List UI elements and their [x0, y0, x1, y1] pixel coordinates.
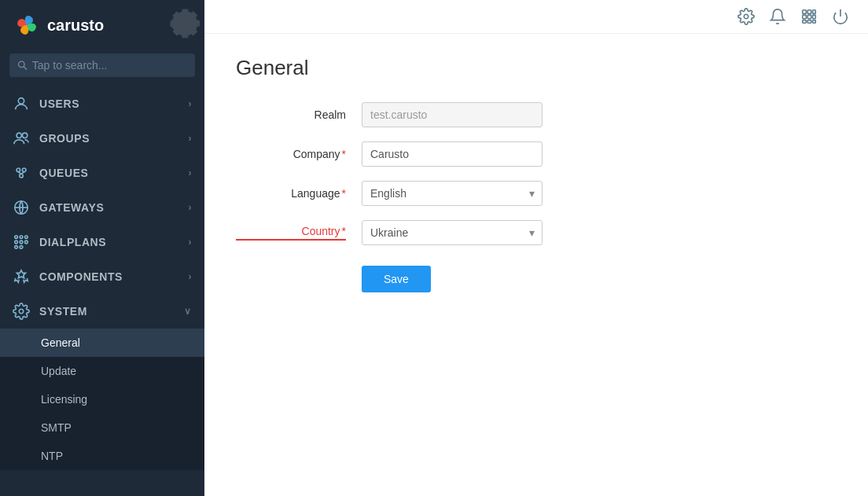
- sidebar-item-dialplans-label: DIALPLANS: [39, 236, 106, 248]
- gateways-icon: [13, 199, 30, 216]
- power-icon[interactable]: [832, 8, 849, 25]
- svg-rect-27: [813, 15, 816, 19]
- svg-point-3: [17, 133, 21, 138]
- sidebar-item-licensing[interactable]: Licensing: [0, 385, 204, 413]
- sidebar-item-users[interactable]: USERS ›: [0, 86, 204, 121]
- chevron-right-icon: ›: [188, 271, 192, 282]
- chevron-right-icon: ›: [188, 237, 192, 248]
- settings-icon[interactable]: [737, 8, 755, 25]
- chevron-right-icon: ›: [188, 167, 192, 178]
- sidebar-item-system-label: SYSTEM: [39, 305, 87, 318]
- svg-point-13: [20, 236, 23, 239]
- sidebar-item-ntp[interactable]: NTP: [0, 442, 204, 470]
- realm-label: Realm: [236, 108, 346, 121]
- sidebar-item-queues[interactable]: QUEUES ›: [0, 156, 204, 190]
- sidebar-item-gateways-label: GATEWAYS: [39, 201, 104, 214]
- sidebar-item-system[interactable]: SYSTEM ∨: [0, 294, 204, 329]
- sidebar-item-queues-label: QUEUES: [39, 167, 88, 179]
- company-input[interactable]: [362, 141, 542, 167]
- sidebar-item-update[interactable]: Update: [0, 357, 204, 385]
- svg-point-6: [22, 168, 26, 172]
- svg-point-14: [15, 241, 18, 244]
- realm-row: Realm: [236, 102, 837, 127]
- country-row: Country* Ukraine United States Germany F…: [236, 220, 837, 245]
- company-row: Company*: [236, 141, 837, 167]
- topbar: [204, 0, 868, 34]
- svg-rect-25: [803, 15, 807, 19]
- chevron-down-icon: ∨: [184, 306, 192, 317]
- realm-input: [362, 102, 542, 127]
- sidebar-item-components-label: COMPONENTS: [39, 270, 123, 283]
- svg-point-17: [20, 246, 23, 249]
- chevron-right-icon: ›: [188, 98, 192, 109]
- svg-line-9: [21, 172, 24, 175]
- user-icon: [13, 95, 30, 112]
- system-submenu: General Update Licensing SMTP NTP: [0, 329, 204, 470]
- bell-icon[interactable]: [769, 8, 786, 25]
- system-icon: [13, 303, 30, 320]
- svg-point-5: [17, 168, 20, 172]
- save-button[interactable]: Save: [362, 266, 431, 292]
- main-content: General Realm Company* Language* English…: [204, 0, 868, 496]
- svg-point-18: [25, 236, 28, 239]
- search-input[interactable]: [32, 59, 187, 72]
- svg-rect-23: [807, 10, 811, 14]
- country-select-wrapper: Ukraine United States Germany France: [362, 220, 542, 245]
- sidebar-item-general[interactable]: General: [0, 329, 204, 357]
- svg-line-1: [24, 67, 27, 70]
- groups-icon: [13, 130, 30, 147]
- svg-point-12: [15, 236, 18, 239]
- language-required-marker: *: [342, 187, 346, 200]
- svg-point-4: [22, 133, 27, 138]
- company-required-marker: *: [342, 148, 346, 160]
- logo-area: carusto: [0, 0, 204, 50]
- logo-icon: [13, 11, 41, 39]
- svg-point-15: [20, 241, 23, 244]
- sidebar-item-dialplans[interactable]: DIALPLANS ›: [0, 225, 204, 259]
- svg-rect-29: [807, 20, 811, 24]
- background-gear-icon: [157, 0, 204, 47]
- svg-line-8: [18, 172, 21, 175]
- svg-point-21: [744, 14, 748, 19]
- sidebar: carusto USERS ›: [0, 0, 204, 496]
- form-actions: Save: [236, 259, 837, 292]
- sidebar-item-gateways[interactable]: GATEWAYS ›: [0, 190, 204, 225]
- svg-rect-24: [813, 10, 816, 14]
- svg-rect-30: [813, 20, 816, 24]
- search-icon: [17, 60, 28, 71]
- content-area: General Realm Company* Language* English…: [204, 34, 868, 496]
- sidebar-item-groups[interactable]: GROUPS ›: [0, 121, 204, 156]
- svg-rect-26: [807, 15, 811, 19]
- sidebar-item-components[interactable]: COMPONENTS ›: [0, 259, 204, 294]
- svg-point-7: [20, 174, 24, 178]
- company-label: Company*: [236, 148, 346, 160]
- queues-icon: [13, 164, 30, 182]
- svg-point-19: [25, 241, 28, 244]
- sidebar-item-groups-label: GROUPS: [39, 132, 90, 145]
- country-select[interactable]: Ukraine United States Germany France: [362, 220, 542, 245]
- sidebar-item-smtp[interactable]: SMTP: [0, 413, 204, 442]
- search-bar[interactable]: [9, 53, 195, 77]
- nav-list: USERS › GROUPS › QUEUES ›: [0, 86, 204, 470]
- apps-icon[interactable]: [800, 8, 818, 25]
- chevron-right-icon: ›: [188, 202, 192, 213]
- language-label: Language*: [236, 187, 346, 200]
- components-icon: [13, 268, 30, 285]
- language-select[interactable]: English Russian Ukrainian: [362, 181, 542, 206]
- language-row: Language* English Russian Ukrainian: [236, 181, 837, 206]
- page-title: General: [236, 56, 837, 80]
- svg-point-2: [18, 98, 24, 104]
- svg-rect-28: [803, 20, 807, 24]
- chevron-right-icon: ›: [188, 133, 192, 144]
- sidebar-item-users-label: USERS: [39, 97, 79, 110]
- country-label: Country*: [236, 225, 346, 241]
- country-required-marker: *: [342, 225, 346, 237]
- dialplans-icon: [13, 233, 30, 251]
- svg-point-20: [19, 309, 24, 314]
- language-select-wrapper: English Russian Ukrainian: [362, 181, 542, 206]
- app-name: carusto: [47, 17, 104, 35]
- svg-rect-22: [803, 10, 807, 14]
- svg-point-16: [15, 246, 18, 249]
